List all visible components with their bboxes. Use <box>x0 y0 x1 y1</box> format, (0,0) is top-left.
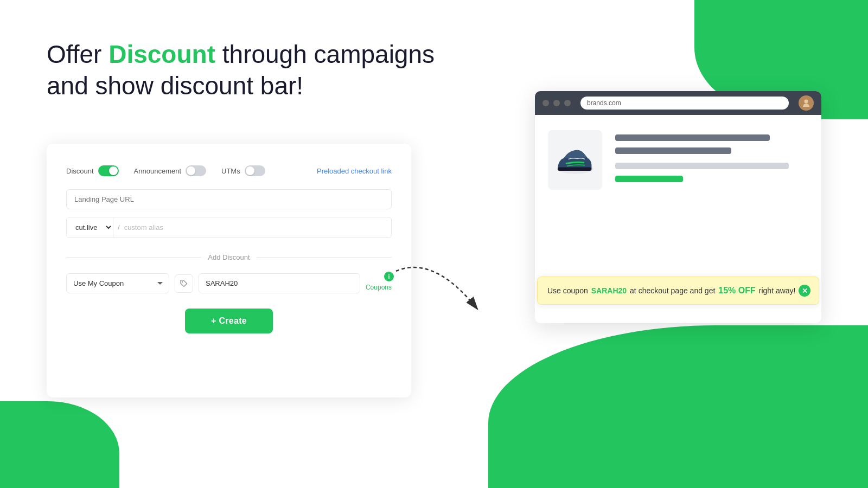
discount-bar-off-text: 15% OFF <box>718 286 755 296</box>
utms-toggle[interactable] <box>245 165 265 176</box>
browser-mockup: brands.com <box>535 91 821 323</box>
main-content: Offer Discount through campaigns and sho… <box>0 0 868 488</box>
browser-dot-green <box>564 100 571 106</box>
coupon-tag-icon-button[interactable] <box>175 274 193 293</box>
heading-line2: and show discount bar! <box>47 72 303 100</box>
avatar-icon <box>802 99 810 107</box>
add-discount-label: Add Discount <box>208 253 250 261</box>
announcement-toggle-item: Announcement <box>134 165 206 176</box>
coupon-type-select[interactable]: Use My Coupon <box>66 273 169 293</box>
preloaded-checkout-link[interactable]: Preloaded checkout link <box>317 167 392 175</box>
discount-toggle-label: Discount <box>66 167 94 175</box>
product-subtitle-line <box>615 147 731 154</box>
tag-icon <box>180 280 188 287</box>
svg-point-2 <box>805 100 808 104</box>
form-panel: Discount Announcement UTMs Preloaded che… <box>47 144 411 397</box>
product-desc-line <box>615 163 789 169</box>
shoe-illustration <box>553 141 597 179</box>
discount-bar-text-middle: at checkout page and get <box>630 286 715 295</box>
coupons-button[interactable]: i Coupons <box>366 276 392 291</box>
landing-page-url-input[interactable] <box>66 189 392 209</box>
svg-point-0 <box>182 281 183 282</box>
announcement-toggle-knob <box>187 166 195 175</box>
browser-avatar <box>799 95 814 111</box>
browser-dot-red <box>542 100 549 106</box>
browser-product-area <box>535 115 821 205</box>
discount-bar-text-after: right away! <box>759 286 796 295</box>
toggle-row: Discount Announcement UTMs Preloaded che… <box>66 165 392 176</box>
browser-url-bar: brands.com <box>580 97 789 110</box>
create-button[interactable]: + Create <box>185 309 273 333</box>
product-image <box>548 130 602 190</box>
divider-line-left <box>66 257 201 258</box>
product-price-line <box>615 176 683 182</box>
heading-line1-before: Offer <box>47 40 108 68</box>
discount-toggle-item: Discount <box>66 165 119 176</box>
add-discount-divider: Add Discount <box>66 253 392 261</box>
heading-line1-after: through campaigns <box>215 40 435 68</box>
browser-dot-yellow <box>553 100 560 106</box>
coupons-count: i <box>388 273 390 280</box>
product-title-line <box>615 134 770 141</box>
page-heading: Offer Discount through campaigns and sho… <box>47 39 435 101</box>
curved-arrow <box>391 266 499 325</box>
utms-toggle-label: UTMs <box>221 167 240 175</box>
announcement-toggle-label: Announcement <box>134 167 181 175</box>
alias-slash: / <box>113 223 124 232</box>
discount-bar-text-before: Use coupon <box>547 286 588 295</box>
alias-placeholder: custom alias <box>124 218 163 237</box>
discount-toggle[interactable] <box>98 165 119 176</box>
product-details <box>615 130 808 189</box>
discount-bar-coupon-code: SARAH20 <box>591 286 627 295</box>
utms-toggle-knob <box>246 166 254 175</box>
discount-row: Use My Coupon i Coupons <box>66 273 392 293</box>
discount-notification-bar: Use coupon SARAH20 at checkout page and … <box>537 277 819 305</box>
discount-bar-close-button[interactable]: ✕ <box>799 285 810 297</box>
browser-bar: brands.com <box>535 91 821 115</box>
discount-toggle-knob <box>109 166 118 175</box>
alias-row: cut.live / custom alias <box>66 217 392 238</box>
alias-domain-select[interactable]: cut.live <box>67 217 113 237</box>
browser-url-text: brands.com <box>587 99 621 107</box>
heading-highlight: Discount <box>108 40 215 68</box>
coupon-code-input[interactable] <box>199 273 360 293</box>
utms-toggle-item: UTMs <box>221 165 265 176</box>
announcement-toggle[interactable] <box>186 165 206 176</box>
svg-rect-4 <box>558 168 591 171</box>
coupons-label: Coupons <box>366 284 392 291</box>
divider-line-right <box>257 257 392 258</box>
